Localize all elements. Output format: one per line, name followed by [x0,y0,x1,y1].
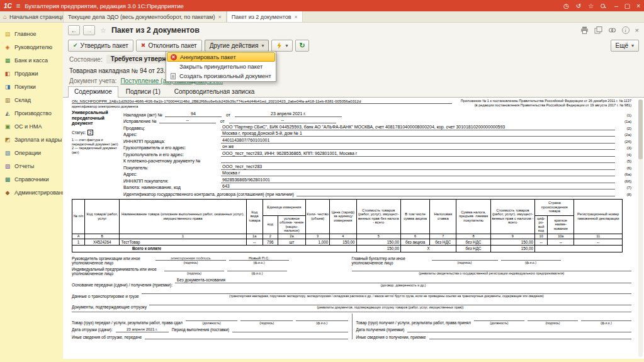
sidebar-item-label: Склад [14,97,31,103]
sidebar-item-warehouse[interactable]: ▥Склад [0,93,63,106]
other-actions-button[interactable]: Другие действия ▾ [205,40,269,52]
history-icon[interactable]: ↺ [576,3,581,9]
status-label: Статус: [72,130,86,135]
sidebar-item-operations[interactable]: ▧Операции [0,146,63,159]
col-header: № п/п [72,199,85,234]
vertical-scrollbar[interactable] [638,99,643,357]
signature-caption: (подпись) [457,261,472,265]
directories-section-icon: ▩ [4,176,11,183]
close-window-icon[interactable]: × [636,3,640,9]
col-index: А [72,234,85,239]
basis-label: Основание передачи (сдачи) / получения (… [72,283,175,287]
bottom-strip [63,359,644,362]
favorites-star-icon[interactable]: ☆ [588,3,594,9]
table-cell: -- [246,239,263,246]
sidebar-item-main[interactable]: ▤Главное [0,27,63,40]
table-cell: шт [278,239,305,246]
state-label: Состояние: [69,56,103,63]
blank-signature-line [240,315,293,321]
attach-icon[interactable] [608,26,616,34]
field-value: -- [229,118,336,123]
col-index: 8 [456,234,490,239]
field-row: Грузоотправитель и его адрес: он же (3) [123,144,631,150]
col-index: 1а [246,234,263,239]
close-tab-icon[interactable]: × [218,14,222,20]
upd-left-block: Универсальный передаточный документ Стат… [72,110,123,196]
home-tab-label: Начальная страница [9,14,63,20]
close-tab-icon[interactable]: × [294,14,297,20]
transport-caption: (транспортная накладная, поручение экспе… [142,294,631,298]
reject-package-button[interactable]: ✖ Отклонить пакет [136,40,202,52]
menu-item-force-close-package[interactable]: Закрыть принудительно пакет [167,62,275,71]
open-windows-tabbar: ⌂ Начальная страница Текущие дела ЭДО (в… [0,11,644,23]
col-index: 9 [490,234,534,239]
forward-button[interactable]: → [83,25,95,35]
form-caption-bar: ← → ☆ Пакет из 2 документов i × [63,23,644,38]
print-icon[interactable] [580,26,589,34]
more-button[interactable]: Ещё ▾ [611,40,639,52]
tab-package[interactable]: Пакет из 2 документов × [227,11,303,22]
head-signer-label: Руководитель организации или иное уполно… [72,256,152,265]
main-menu-icon[interactable]: ≡ [16,2,20,9]
field-number: (3) [615,145,631,150]
scrollbar-thumb[interactable] [638,99,643,159]
sidebar-item-management[interactable]: ◈Руководителю [0,40,63,54]
tab-signatures[interactable]: Подписи (1) [120,86,167,97]
blank-signature-line [528,315,578,321]
close-form-icon[interactable]: × [635,26,639,34]
sidebar-item-sales[interactable]: ◧Продажи [0,67,63,80]
sidebar-item-production[interactable]: ◭Производство [0,106,63,120]
field-label: Накладная (акт) № [123,113,165,117]
back-button[interactable]: ← [68,25,80,35]
document-line: Товарная накладная № 94 от 23.04.2021 Пр… [63,65,644,76]
sidebar-item-administration[interactable]: ◆Администрирование [0,186,63,199]
sidebar-item-label: Зарплата и кадры [14,137,62,143]
maximize-icon[interactable]: ▢ [624,3,630,9]
table-cell: 150,00 [330,239,356,246]
field-label: ИНН/КПП продавца: [123,139,221,144]
col-header: Код вида товара [246,199,263,234]
1c-logo: 1С [4,3,12,9]
tab-cover-note[interactable]: Сопроводительная записка [168,86,261,97]
notifications-icon[interactable]: ◷ [563,3,569,9]
field-number: (8) [615,192,631,196]
upd-document: ON_NSCHFDOPPR_2AEc1d2920d-4686-4f26-8a1b… [72,99,631,359]
basis-caption: (договор; доверенность и др.) [175,283,631,287]
tab-edo-current[interactable]: Текущие дела ЭДО (весь документооборот, … [63,11,227,22]
copy-window-icon[interactable] [594,26,602,34]
blank-position-line [186,315,238,321]
info-icon[interactable]: i [622,26,630,34]
signature-caption: (подпись) [545,321,560,325]
favorite-star-icon[interactable]: ☆ [100,26,106,35]
sidebar-item-bank-cash[interactable]: ▦Банк и касса [0,54,63,67]
sidebar-item-label: Продажи [14,71,38,77]
sidebar-item-salary-hr[interactable]: ◩Зарплата и кадры [0,133,63,146]
minimize-icon[interactable]: – [614,3,618,9]
menu-item-annul-package[interactable]: ✕ Аннулировать пакет [167,52,275,62]
approve-package-button[interactable]: ✔ Утвердить пакет [68,40,133,52]
salary-section-icon: ◩ [4,137,11,143]
cross-icon: ✖ [141,42,146,48]
field-label: от [216,119,229,123]
field-value: 4401143807/760101001 [221,138,615,144]
menu-item-create-arbitrary-document[interactable]: Создать произвольный документ [167,71,275,81]
sidebar-item-fixed-assets[interactable]: ▣ОС и НМА [0,120,63,133]
fio-caption: (ф.и.о.) [254,261,265,265]
refresh-button[interactable]: ↻ [295,40,308,52]
shipdocs-caption: (реквизиты документов, подтверждающих от… [149,305,631,309]
col-index: 7 [430,234,456,239]
sidebar-item-directories[interactable]: ▩Справочники [0,173,63,186]
search-icon[interactable] [601,4,605,8]
assets-section-icon: ▣ [4,123,11,130]
field-row: Грузополучатель и его адрес: ООО_тест_те… [123,150,631,157]
sidebar-item-purchases[interactable]: ◨Покупки [0,80,63,93]
field-label: К платежно-расчетному документу № [123,159,221,163]
administration-section-icon: ◆ [4,189,11,196]
tab-content[interactable]: Содержимое [68,86,118,98]
home-page-tab[interactable]: ⌂ Начальная страница [0,11,63,22]
edo-settings-button[interactable]: ▾ [271,40,293,52]
sidebar-item-reports[interactable]: ▨Отчеты [0,159,63,173]
col-header: Стоимость товаров (работ, услуг), имущес… [356,199,400,234]
production-section-icon: ◭ [4,110,11,116]
field-row: Накладная (акт) № 94 от 23 апреля 2021 г… [123,110,631,117]
